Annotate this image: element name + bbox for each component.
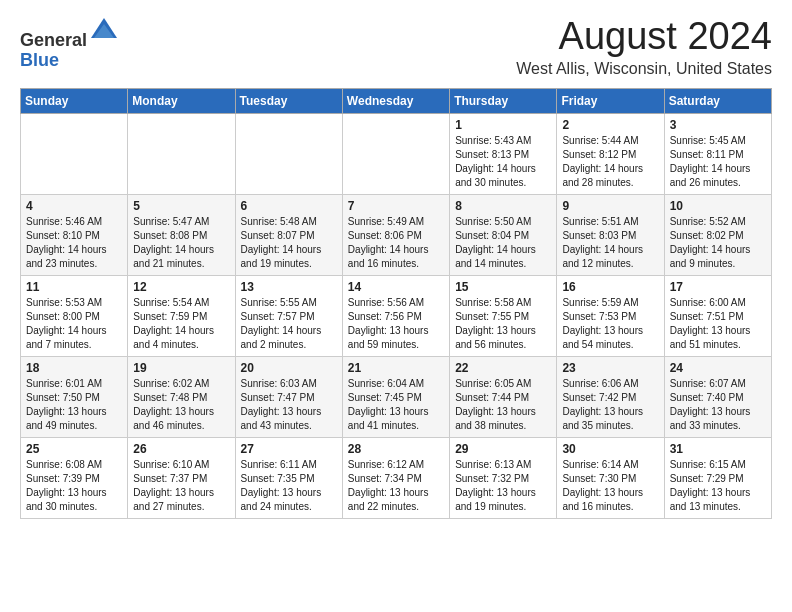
calendar-cell [342,113,449,194]
day-info: Sunrise: 6:08 AM Sunset: 7:39 PM Dayligh… [26,458,122,514]
day-info: Sunrise: 5:46 AM Sunset: 8:10 PM Dayligh… [26,215,122,271]
day-info: Sunrise: 5:52 AM Sunset: 8:02 PM Dayligh… [670,215,766,271]
weekday-header: Friday [557,88,664,113]
calendar-cell: 13Sunrise: 5:55 AM Sunset: 7:57 PM Dayli… [235,275,342,356]
day-info: Sunrise: 5:43 AM Sunset: 8:13 PM Dayligh… [455,134,551,190]
day-info: Sunrise: 5:56 AM Sunset: 7:56 PM Dayligh… [348,296,444,352]
calendar-cell: 18Sunrise: 6:01 AM Sunset: 7:50 PM Dayli… [21,356,128,437]
day-number: 12 [133,280,229,294]
day-number: 3 [670,118,766,132]
calendar-cell: 11Sunrise: 5:53 AM Sunset: 8:00 PM Dayli… [21,275,128,356]
calendar-week-row: 25Sunrise: 6:08 AM Sunset: 7:39 PM Dayli… [21,437,772,518]
day-info: Sunrise: 6:06 AM Sunset: 7:42 PM Dayligh… [562,377,658,433]
day-number: 22 [455,361,551,375]
day-number: 5 [133,199,229,213]
weekday-header: Tuesday [235,88,342,113]
day-info: Sunrise: 6:00 AM Sunset: 7:51 PM Dayligh… [670,296,766,352]
day-number: 21 [348,361,444,375]
title-block: August 2024 West Allis, Wisconsin, Unite… [516,16,772,78]
day-info: Sunrise: 6:14 AM Sunset: 7:30 PM Dayligh… [562,458,658,514]
calendar-cell: 20Sunrise: 6:03 AM Sunset: 7:47 PM Dayli… [235,356,342,437]
calendar-cell: 7Sunrise: 5:49 AM Sunset: 8:06 PM Daylig… [342,194,449,275]
logo-blue-text: Blue [20,51,119,71]
day-number: 6 [241,199,337,213]
day-info: Sunrise: 6:10 AM Sunset: 7:37 PM Dayligh… [133,458,229,514]
calendar-table: SundayMondayTuesdayWednesdayThursdayFrid… [20,88,772,519]
calendar-week-row: 1Sunrise: 5:43 AM Sunset: 8:13 PM Daylig… [21,113,772,194]
day-info: Sunrise: 5:44 AM Sunset: 8:12 PM Dayligh… [562,134,658,190]
weekday-header: Monday [128,88,235,113]
day-number: 20 [241,361,337,375]
logo-text: General [20,16,119,51]
calendar-cell: 15Sunrise: 5:58 AM Sunset: 7:55 PM Dayli… [450,275,557,356]
day-number: 13 [241,280,337,294]
day-number: 19 [133,361,229,375]
day-number: 4 [26,199,122,213]
day-number: 31 [670,442,766,456]
day-info: Sunrise: 6:04 AM Sunset: 7:45 PM Dayligh… [348,377,444,433]
logo-icon [89,16,119,46]
day-info: Sunrise: 5:48 AM Sunset: 8:07 PM Dayligh… [241,215,337,271]
weekday-header: Sunday [21,88,128,113]
calendar-cell: 5Sunrise: 5:47 AM Sunset: 8:08 PM Daylig… [128,194,235,275]
day-info: Sunrise: 5:55 AM Sunset: 7:57 PM Dayligh… [241,296,337,352]
calendar-cell: 19Sunrise: 6:02 AM Sunset: 7:48 PM Dayli… [128,356,235,437]
day-info: Sunrise: 6:05 AM Sunset: 7:44 PM Dayligh… [455,377,551,433]
calendar-cell: 2Sunrise: 5:44 AM Sunset: 8:12 PM Daylig… [557,113,664,194]
logo-general: General [20,30,87,50]
day-info: Sunrise: 5:51 AM Sunset: 8:03 PM Dayligh… [562,215,658,271]
calendar-week-row: 4Sunrise: 5:46 AM Sunset: 8:10 PM Daylig… [21,194,772,275]
calendar-cell: 27Sunrise: 6:11 AM Sunset: 7:35 PM Dayli… [235,437,342,518]
day-number: 2 [562,118,658,132]
day-number: 15 [455,280,551,294]
day-number: 18 [26,361,122,375]
calendar-cell [21,113,128,194]
day-info: Sunrise: 6:01 AM Sunset: 7:50 PM Dayligh… [26,377,122,433]
calendar-cell: 23Sunrise: 6:06 AM Sunset: 7:42 PM Dayli… [557,356,664,437]
page: General Blue August 2024 West Allis, Wis… [0,0,792,529]
day-number: 10 [670,199,766,213]
day-number: 17 [670,280,766,294]
calendar-cell: 6Sunrise: 5:48 AM Sunset: 8:07 PM Daylig… [235,194,342,275]
day-number: 28 [348,442,444,456]
calendar-cell: 1Sunrise: 5:43 AM Sunset: 8:13 PM Daylig… [450,113,557,194]
calendar-cell: 8Sunrise: 5:50 AM Sunset: 8:04 PM Daylig… [450,194,557,275]
calendar-cell: 30Sunrise: 6:14 AM Sunset: 7:30 PM Dayli… [557,437,664,518]
day-info: Sunrise: 6:02 AM Sunset: 7:48 PM Dayligh… [133,377,229,433]
day-info: Sunrise: 6:07 AM Sunset: 7:40 PM Dayligh… [670,377,766,433]
header-row: SundayMondayTuesdayWednesdayThursdayFrid… [21,88,772,113]
day-info: Sunrise: 5:45 AM Sunset: 8:11 PM Dayligh… [670,134,766,190]
day-info: Sunrise: 5:58 AM Sunset: 7:55 PM Dayligh… [455,296,551,352]
day-number: 8 [455,199,551,213]
calendar-cell [235,113,342,194]
calendar-cell [128,113,235,194]
weekday-header: Thursday [450,88,557,113]
day-info: Sunrise: 6:15 AM Sunset: 7:29 PM Dayligh… [670,458,766,514]
calendar-body: 1Sunrise: 5:43 AM Sunset: 8:13 PM Daylig… [21,113,772,518]
day-number: 27 [241,442,337,456]
header: General Blue August 2024 West Allis, Wis… [20,16,772,78]
day-number: 1 [455,118,551,132]
calendar-cell: 25Sunrise: 6:08 AM Sunset: 7:39 PM Dayli… [21,437,128,518]
day-number: 23 [562,361,658,375]
calendar-week-row: 18Sunrise: 6:01 AM Sunset: 7:50 PM Dayli… [21,356,772,437]
day-info: Sunrise: 6:03 AM Sunset: 7:47 PM Dayligh… [241,377,337,433]
calendar-cell: 24Sunrise: 6:07 AM Sunset: 7:40 PM Dayli… [664,356,771,437]
day-info: Sunrise: 5:49 AM Sunset: 8:06 PM Dayligh… [348,215,444,271]
day-number: 11 [26,280,122,294]
calendar-cell: 10Sunrise: 5:52 AM Sunset: 8:02 PM Dayli… [664,194,771,275]
day-info: Sunrise: 5:50 AM Sunset: 8:04 PM Dayligh… [455,215,551,271]
day-number: 29 [455,442,551,456]
logo: General Blue [20,16,119,71]
day-number: 30 [562,442,658,456]
calendar-cell: 9Sunrise: 5:51 AM Sunset: 8:03 PM Daylig… [557,194,664,275]
day-number: 25 [26,442,122,456]
calendar-cell: 29Sunrise: 6:13 AM Sunset: 7:32 PM Dayli… [450,437,557,518]
weekday-header: Saturday [664,88,771,113]
calendar-header: SundayMondayTuesdayWednesdayThursdayFrid… [21,88,772,113]
day-info: Sunrise: 5:53 AM Sunset: 8:00 PM Dayligh… [26,296,122,352]
day-info: Sunrise: 6:13 AM Sunset: 7:32 PM Dayligh… [455,458,551,514]
day-info: Sunrise: 5:59 AM Sunset: 7:53 PM Dayligh… [562,296,658,352]
calendar-cell: 4Sunrise: 5:46 AM Sunset: 8:10 PM Daylig… [21,194,128,275]
calendar-week-row: 11Sunrise: 5:53 AM Sunset: 8:00 PM Dayli… [21,275,772,356]
